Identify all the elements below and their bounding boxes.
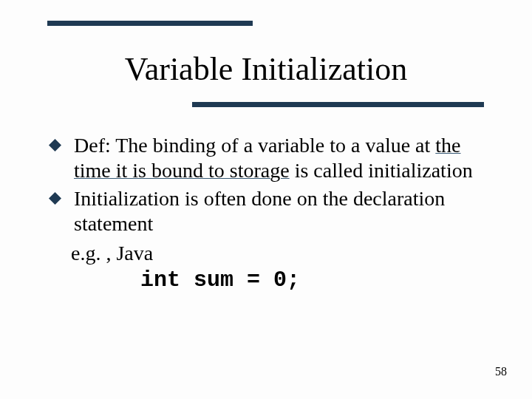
page-number: 58: [495, 365, 507, 378]
svg-marker-1: [49, 192, 61, 205]
slide-title: Variable Initialization: [0, 50, 532, 88]
slide-content: Def: The binding of a variable to a valu…: [49, 133, 488, 295]
diamond-bullet-icon: [49, 139, 61, 151]
bullet-item: Def: The binding of a variable to a valu…: [49, 133, 488, 183]
title-rule-top: [47, 21, 253, 26]
bullet-text-pre: Def: The binding of a variable to a valu…: [74, 134, 435, 157]
svg-marker-0: [49, 139, 61, 151]
diamond-bullet-icon: [49, 192, 61, 205]
example-label: e.g. , Java: [49, 240, 488, 266]
bullet-item: Initialization is often done on the decl…: [49, 186, 488, 236]
bullet-text-post: is called initialization: [290, 159, 473, 182]
title-rule-bottom: [192, 102, 484, 107]
bullet-text-pre: Initialization is often done on the decl…: [74, 187, 445, 235]
code-example: int sum = 0;: [49, 266, 488, 295]
